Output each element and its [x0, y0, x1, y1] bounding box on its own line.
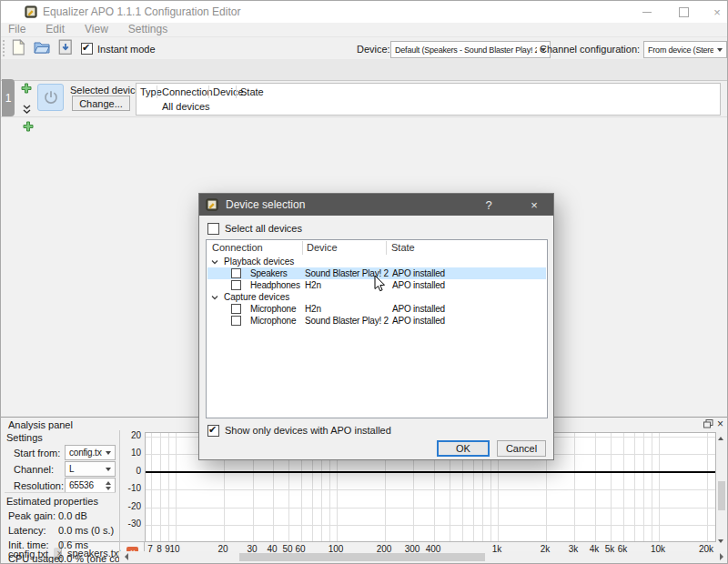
device-connection: Microphone — [250, 303, 296, 315]
device-row[interactable]: MicrophoneH2nAPO installed — [207, 303, 546, 315]
y-tick-label: -10 — [121, 483, 141, 493]
scroll-up-icon[interactable] — [718, 434, 723, 440]
spinner-arrows-icon[interactable] — [106, 478, 111, 493]
menu-settings[interactable]: Settings — [125, 23, 171, 36]
power-icon — [42, 88, 60, 106]
channel-config-value: From device (Stereo) — [648, 45, 713, 55]
analysis-panel-title: Analysis panel — [8, 419, 73, 430]
new-file-icon[interactable] — [10, 39, 26, 55]
chevron-down-icon — [106, 468, 111, 474]
save-file-icon[interactable] — [57, 39, 74, 55]
dialog-close-button[interactable]: × — [519, 194, 550, 216]
device-row[interactable]: MicrophoneSound Blaster Play! 2APO insta… — [207, 315, 546, 327]
column-separator — [386, 241, 387, 255]
device-select-value: Default (Speakers - Sound Blaster Play! … — [395, 45, 537, 55]
x-tick-label: 10k — [642, 544, 673, 554]
chevron-down-icon[interactable] — [211, 258, 218, 266]
open-file-icon[interactable] — [34, 39, 50, 55]
chevron-down-icon — [106, 451, 111, 458]
device-label: Device: — [357, 44, 390, 55]
chevron-down-icon — [717, 48, 723, 55]
column-separator — [302, 241, 303, 255]
init-time-value: 0.6 ms — [58, 539, 88, 550]
device-connection: Speakers — [250, 267, 288, 279]
channel-value: L — [69, 464, 102, 474]
response-curve — [146, 471, 715, 473]
y-tick-label: 20 — [121, 430, 141, 440]
col-device: Device — [213, 86, 244, 97]
chevron-down-icon[interactable] — [211, 294, 218, 301]
device-select[interactable]: Default (Speakers - Sound Blaster Play! … — [390, 41, 551, 58]
estimated-properties-header: Estimated properties — [6, 496, 98, 507]
show-only-apo-checkbox[interactable] — [207, 425, 219, 437]
channel-number: 1 — [2, 79, 15, 116]
collapse-chevrons-icon[interactable] — [23, 105, 31, 115]
minimize-icon — [642, 12, 652, 13]
scroll-left-icon[interactable] — [121, 553, 128, 560]
cancel-button[interactable]: Cancel — [497, 440, 546, 457]
channel-config-label: Channel configuration: — [540, 44, 640, 55]
cpu-usage-label: CPU usage: — [8, 553, 62, 564]
float-panel-icon[interactable] — [703, 419, 713, 428]
horizontal-scroll-thumb[interactable] — [239, 553, 485, 561]
device-state: APO installed — [392, 279, 445, 291]
select-all-checkbox[interactable] — [207, 223, 219, 235]
menu-file[interactable]: File — [5, 23, 29, 36]
y-tick-label: -30 — [121, 519, 141, 529]
dialog-title-bar[interactable]: Device selection ? × — [199, 194, 553, 216]
instant-mode-checkbox[interactable] — [81, 43, 93, 55]
window-title: Equalizer APO 1.1.1 Configuration Editor — [43, 5, 240, 18]
scroll-right-icon[interactable] — [720, 553, 727, 560]
resolution-label: Resolution: — [14, 480, 64, 491]
mouse-cursor — [374, 275, 387, 294]
close-icon: × — [713, 5, 721, 19]
y-tick-label: 10 — [121, 448, 141, 458]
col-type: Type — [140, 86, 162, 97]
toolbar-grip[interactable] — [3, 40, 7, 56]
device-checkbox[interactable] — [231, 316, 241, 326]
y-tick-label: 0 — [121, 466, 141, 476]
channel-select[interactable]: L — [65, 461, 116, 477]
x-tick-label: 1k — [481, 544, 512, 554]
start-from-select[interactable]: config.txt — [65, 445, 116, 460]
device-selection-table: Connection Device State Playback devices… — [206, 239, 548, 418]
resolution-spinner[interactable]: 65536 — [65, 478, 116, 493]
x-tick-label: 10 — [159, 544, 190, 554]
menu-edit[interactable]: Edit — [42, 23, 68, 36]
app-icon — [206, 198, 218, 211]
power-toggle-button[interactable] — [37, 84, 64, 111]
device-checkbox[interactable] — [231, 280, 241, 290]
peak-gain-label: Peak gain: — [8, 510, 56, 521]
gridline-y — [146, 489, 715, 490]
divider — [5, 492, 116, 493]
device-group-row[interactable]: Playback devices — [207, 256, 546, 267]
menu-view[interactable]: View — [81, 23, 112, 36]
resolution-value: 65536 — [69, 480, 106, 490]
device-name: Sound Blaster Play! 2 — [305, 315, 389, 327]
vertical-scrollbar[interactable] — [716, 432, 727, 550]
device-checkbox[interactable] — [231, 268, 241, 278]
add-channel-icon[interactable] — [23, 121, 34, 132]
col-device: Device — [307, 240, 338, 256]
init-time-label: Init. time: — [8, 539, 49, 550]
ok-button[interactable]: OK — [437, 440, 490, 457]
channel-config-select[interactable]: From device (Stereo) — [643, 41, 727, 58]
vertical-scroll-thumb[interactable] — [718, 481, 725, 510]
device-checkbox[interactable] — [231, 304, 241, 314]
channel-label: Channel: — [14, 464, 54, 475]
close-panel-icon[interactable]: × — [717, 418, 723, 430]
x-tick-label: 6k — [607, 544, 638, 554]
change-devices-button[interactable]: Change... — [72, 96, 130, 111]
all-devices-row[interactable]: All devices — [162, 101, 210, 112]
column-separator — [236, 86, 237, 98]
x-tick-label: 200 — [369, 544, 399, 554]
column-separator — [157, 86, 157, 98]
dialog-help-button[interactable]: ? — [473, 194, 504, 216]
minimize-button[interactable] — [633, 4, 661, 20]
panel-splitter[interactable] — [119, 430, 120, 564]
y-tick-label: -20 — [121, 501, 141, 511]
start-from-value: config.txt — [69, 448, 102, 458]
close-button[interactable]: × — [703, 4, 728, 20]
add-filter-icon[interactable] — [21, 83, 32, 94]
maximize-button[interactable] — [670, 4, 697, 20]
